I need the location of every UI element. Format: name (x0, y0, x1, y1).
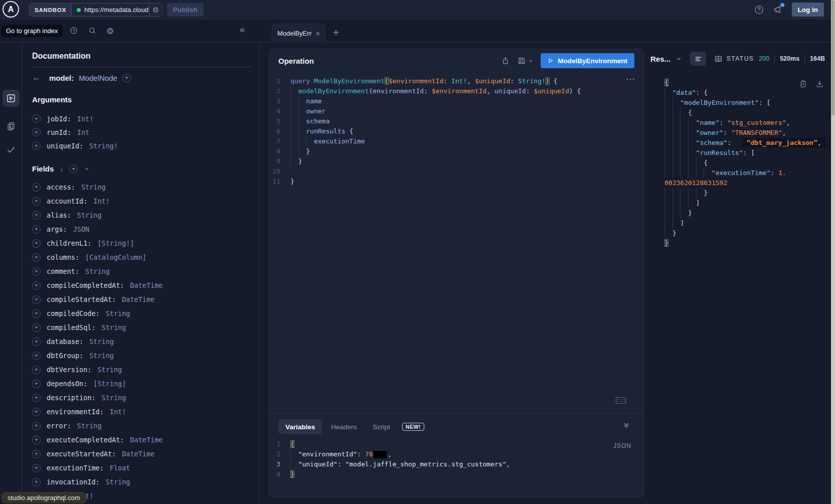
editor-menu-icon[interactable]: ⋯ (626, 73, 635, 85)
new-tab-button[interactable]: + (333, 27, 339, 39)
tab-variables[interactable]: Variables (278, 419, 322, 434)
page-scrollbar[interactable] (831, 0, 835, 504)
doc-field-row[interactable]: +invocationId:String (32, 475, 251, 489)
add-field-to-query-button[interactable]: + (32, 281, 41, 290)
tab-script[interactable]: Script (366, 419, 397, 434)
connection-settings-gear-icon[interactable]: ⚙ (149, 4, 162, 16)
history-icon[interactable] (69, 26, 78, 35)
add-field-to-query-button[interactable]: + (32, 436, 41, 444)
response-table-view-icon[interactable] (710, 52, 726, 66)
fields-chevron-down-icon[interactable] (84, 166, 90, 172)
tab-close-icon[interactable]: × (315, 30, 320, 37)
response-json-view-icon[interactable] (690, 52, 706, 66)
scrollbar-thumb[interactable] (831, 0, 834, 115)
doc-field-row[interactable]: +uniqueId:String! (32, 139, 251, 152)
operations-rail-icon[interactable] (3, 90, 20, 107)
publish-button[interactable]: Publish (167, 3, 204, 17)
field-type: String (106, 478, 130, 486)
add-field-to-query-button[interactable]: + (32, 309, 41, 318)
add-field-to-query-button[interactable]: + (32, 197, 41, 206)
doc-field-row[interactable]: +dbtVersion:String (32, 363, 251, 377)
tab-model-by-environment[interactable]: ModelByEnvi... × (272, 24, 325, 43)
code-line: } (664, 188, 831, 198)
add-field-to-query-button[interactable]: + (32, 128, 41, 136)
add-field-to-query-button[interactable]: + (32, 464, 41, 472)
keyboard-shortcuts-icon[interactable] (615, 396, 626, 405)
add-field-to-query-button[interactable]: + (32, 114, 41, 123)
add-field-to-query-button[interactable]: + (32, 338, 41, 346)
query-editor[interactable]: 1query ModelByEnvironment($environmentId… (269, 76, 643, 187)
doc-field-row[interactable]: +database:String (32, 334, 251, 349)
add-field-to-query-button[interactable]: + (32, 394, 41, 402)
endpoint-url-input[interactable]: https://metadata.cloud.get (84, 6, 149, 14)
code-line: 7executionTime (269, 136, 643, 146)
doc-field-row[interactable]: +access:String (32, 180, 251, 194)
add-all-fields-button[interactable]: + (69, 164, 78, 173)
save-options-chevron-icon[interactable] (528, 58, 534, 64)
doc-field-row[interactable]: +executionTime:Float (32, 461, 251, 475)
share-operation-icon[interactable] (501, 56, 510, 65)
doc-field-row[interactable]: +jobId:Int! (32, 112, 251, 125)
doc-field-row[interactable]: +columns:[CatalogColumn] (32, 250, 251, 264)
add-field-to-query-button[interactable]: + (32, 141, 41, 150)
add-field-to-query-button[interactable]: + (32, 380, 41, 388)
save-operation-icon[interactable] (517, 56, 526, 65)
add-field-to-query-button[interactable]: + (32, 422, 41, 430)
add-field-to-query-button[interactable]: + (32, 225, 41, 234)
add-field-to-query-button[interactable]: + (32, 352, 41, 360)
help-icon[interactable] (754, 5, 764, 15)
add-field-to-query-button[interactable]: + (32, 267, 41, 276)
run-operation-button[interactable]: ModelByEnvironment (541, 53, 634, 68)
add-field-to-query-button[interactable]: + (32, 366, 41, 374)
login-button[interactable]: Log in (792, 3, 824, 17)
variables-editor[interactable]: 1{2"environmentId": 78,3"uniqueId": "mod… (269, 439, 643, 479)
response-json-viewer[interactable]: {"data": {"modelByEnvironment": [{"name"… (650, 78, 831, 248)
response-chevron-icon[interactable] (676, 56, 682, 62)
announcements-megaphone-icon[interactable] (773, 5, 783, 15)
checklist-rail-icon[interactable] (3, 141, 20, 158)
add-field-to-query-button[interactable]: + (32, 450, 41, 458)
add-field-to-query-button[interactable]: + (32, 295, 41, 304)
add-field-to-query-button[interactable]: + (32, 239, 41, 248)
doc-field-row[interactable]: +error:String (32, 419, 251, 433)
settings-gear-icon[interactable]: ⚙ (106, 26, 114, 37)
doc-field-row[interactable]: +comment:String (32, 264, 251, 278)
collapse-sidebar-icon[interactable]: « (240, 24, 245, 35)
documentation-panel: Documentation ← model: ModelNode + Argum… (22, 43, 260, 504)
add-field-to-query-button[interactable]: + (32, 323, 41, 332)
download-response-icon[interactable] (815, 80, 824, 88)
doc-field-row[interactable]: +dependsOn:[String] (32, 377, 251, 391)
collapse-variables-chevron-icon[interactable] (622, 421, 630, 429)
doc-field-row[interactable]: +accountId:Int! (32, 194, 251, 208)
add-field-to-query-button[interactable]: + (32, 253, 41, 262)
doc-field-row[interactable]: +alias:String (32, 208, 251, 222)
tab-headers[interactable]: Headers (324, 419, 364, 434)
doc-field-row[interactable]: +dbtGroup:String (32, 349, 251, 363)
code-line: "owner": "TRANSFORMER", (664, 128, 831, 138)
add-field-to-query-button[interactable]: + (32, 183, 41, 192)
doc-field-row[interactable]: +runId:Int (32, 125, 251, 139)
add-field-to-query-button[interactable]: + (32, 211, 41, 220)
schema-diff-rail-icon[interactable] (3, 118, 20, 135)
doc-field-row[interactable]: +executeStartedAt:DateTime (32, 447, 251, 461)
add-field-to-query-button[interactable]: + (32, 408, 41, 416)
sort-fields-icon[interactable]: ↓ (60, 165, 63, 173)
doc-field-row[interactable]: +compileStartedAt:DateTime (32, 292, 251, 306)
doc-field-row[interactable]: +args:JSON (32, 222, 251, 236)
doc-field-row[interactable]: +environmentId:Int! (32, 405, 251, 419)
doc-field-row[interactable]: +compiledSql:String (32, 320, 251, 334)
endpoint-url-group[interactable]: SANDBOX https://metadata.cloud.get ⚙ (29, 3, 162, 17)
search-icon[interactable] (88, 26, 97, 35)
apollo-logo[interactable]: A (3, 1, 19, 18)
type-breadcrumb: ← model: ModelNode + (32, 72, 251, 83)
doc-field-row[interactable]: +executeCompletedAt:DateTime (32, 433, 251, 447)
copy-response-icon[interactable] (799, 80, 807, 88)
add-field-to-query-button[interactable]: + (32, 478, 41, 486)
doc-field-row[interactable]: +description:String (32, 391, 251, 405)
add-type-button[interactable]: + (122, 74, 131, 82)
doc-field-row[interactable]: +compiledCode:String (32, 306, 251, 320)
doc-field-row[interactable]: +childrenL1:[String!] (32, 236, 251, 250)
back-arrow-icon[interactable]: ← (32, 73, 44, 83)
type-name-link[interactable]: ModelNode (79, 74, 117, 82)
doc-field-row[interactable]: +compileCompletedAt:DateTime (32, 278, 251, 292)
